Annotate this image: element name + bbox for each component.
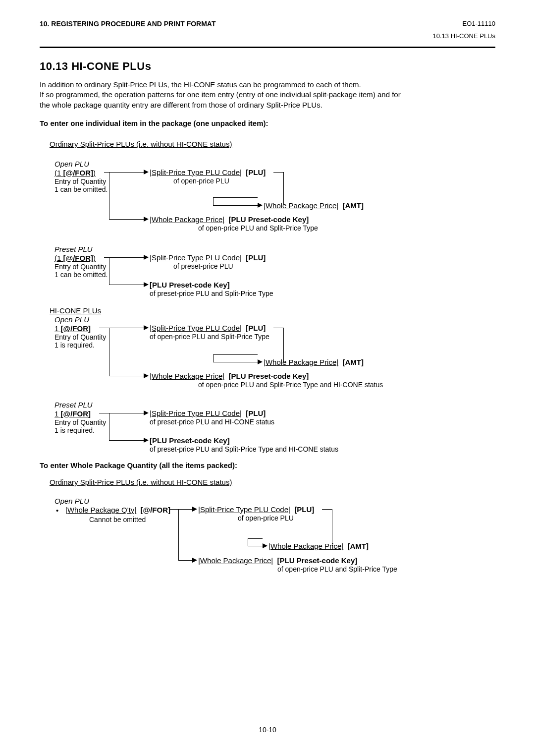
plu-key: [PLU] bbox=[246, 409, 266, 417]
qty-entry: 1 [@/FOR] bbox=[54, 324, 91, 333]
whole-qty: |Whole Package Q'ty| bbox=[65, 506, 136, 514]
split-code: |Split-Price Type PLU Code| bbox=[150, 409, 242, 417]
at-for-key: [@/FOR] bbox=[141, 506, 170, 514]
page-header: 10. REGISTERING PROCEDURE AND PRINT FORM… bbox=[40, 20, 495, 40]
flow-note: of preset-price PLU and Split-Price Type… bbox=[150, 445, 338, 453]
flow-node: |Split-Price Type PLU Code| [PLU] bbox=[150, 409, 266, 417]
chapter-title: 10. REGISTERING PROCEDURE AND PRINT FORM… bbox=[40, 20, 215, 28]
entry-note: 1 can be omitted. bbox=[54, 185, 107, 193]
entry-note: Entry of Quantity bbox=[54, 263, 106, 271]
entry-note: 1 is required. bbox=[54, 426, 95, 434]
amt-key: [AMT] bbox=[343, 201, 364, 210]
header-right: EO1-11110 10.13 HI-CONE PLUs bbox=[433, 20, 495, 40]
preset-code-key: [PLU Preset-code Key] bbox=[277, 556, 358, 565]
whole-price: |Whole Package Price| bbox=[268, 542, 343, 550]
preset-code-key: [PLU Preset-code Key] bbox=[229, 215, 309, 224]
at-for-key: [@/FOR] bbox=[61, 409, 91, 418]
whole-price: |Whole Package Price| bbox=[150, 215, 224, 224]
subheading-individual: To enter one individual item in the pack… bbox=[40, 119, 495, 127]
flow-node: |Whole Package Price| [PLU Preset-code K… bbox=[150, 215, 309, 224]
plu-key: [PLU] bbox=[294, 505, 314, 514]
flow-node: |Whole Package Price| [AMT] bbox=[264, 201, 364, 210]
flow-note: of preset-price PLU and HI-CONE status bbox=[150, 418, 274, 426]
amt-key: [AMT] bbox=[343, 358, 364, 366]
manual-page: 10. REGISTERING PROCEDURE AND PRINT FORM… bbox=[0, 0, 535, 756]
plu-key: [PLU] bbox=[246, 324, 266, 332]
flow-node: |Whole Package Price| [PLU Preset-code K… bbox=[150, 372, 309, 380]
split-code: |Split-Price Type PLU Code| bbox=[150, 253, 242, 262]
entry-note: 1 can be omitted. bbox=[54, 271, 107, 279]
flow-note: of open-price PLU and Split-Price Type bbox=[277, 565, 397, 573]
one: 1 bbox=[57, 169, 63, 177]
ordinary-label: Ordinary Split-Price PLUs (i.e. without … bbox=[50, 140, 232, 148]
amt-key: [AMT] bbox=[348, 542, 369, 550]
entry-note: 1 is required. bbox=[54, 341, 95, 349]
split-code: |Split-Price Type PLU Code| bbox=[150, 168, 242, 176]
plu-key: [PLU] bbox=[246, 168, 266, 176]
at-for-key: [@/FOR] bbox=[63, 169, 93, 177]
whole-price: |Whole Package Price| bbox=[150, 372, 224, 380]
ordinary-label: Ordinary Split-Price PLUs (i.e. without … bbox=[50, 478, 232, 486]
flow-node: |Whole Package Price| [AMT] bbox=[268, 542, 369, 550]
intro-line: In addition to ordinary Split-Price PLUs… bbox=[40, 80, 361, 89]
flow-node: |Whole Package Price| [AMT] bbox=[264, 358, 364, 366]
qty-entry: (1 [@/FOR]) bbox=[54, 254, 96, 262]
open-plu-label: Open PLU bbox=[54, 497, 89, 505]
flow-note: of open-price PLU and Split-Price Type a… bbox=[198, 381, 383, 389]
one: 1 bbox=[57, 254, 63, 262]
doc-id: EO1-11110 bbox=[433, 20, 495, 27]
whole-price: |Whole Package Price| bbox=[198, 556, 273, 565]
entry-note: Entry of Quantity bbox=[54, 333, 106, 341]
split-code: |Split-Price Type PLU Code| bbox=[198, 505, 290, 514]
flow-node: |Whole Package Price| [PLU Preset-code K… bbox=[198, 556, 357, 565]
flow-node: |Split-Price Type PLU Code| [PLU] bbox=[150, 253, 266, 262]
plu-key: [PLU] bbox=[246, 253, 266, 262]
preset-code-key: [PLU Preset-code Key] bbox=[229, 372, 309, 380]
flow-node: |Split-Price Type PLU Code| [PLU] bbox=[198, 505, 314, 514]
entry-note: Entry of Quantity bbox=[54, 177, 106, 185]
preset-code-key: [PLU Preset-code Key] bbox=[150, 436, 230, 445]
open-plu-label: Open PLU bbox=[54, 315, 89, 324]
at-for-key: [@/FOR] bbox=[61, 324, 91, 333]
one: 1 bbox=[54, 324, 61, 333]
section-title: 10.13 HI-CONE PLUs bbox=[40, 60, 495, 73]
intro-paragraph: In addition to ordinary Split-Price PLUs… bbox=[40, 80, 495, 110]
whole-price: |Whole Package Price| bbox=[264, 358, 338, 366]
header-rule bbox=[40, 47, 495, 48]
flow-note: of open-price PLU bbox=[238, 514, 294, 522]
subheading-whole-package: To enter Whole Package Quantity (all the… bbox=[40, 461, 237, 469]
preset-plu-label: Preset PLU bbox=[54, 401, 93, 409]
split-code: |Split-Price Type PLU Code| bbox=[150, 324, 242, 332]
flow-node: |Split-Price Type PLU Code| [PLU] bbox=[150, 168, 266, 176]
preset-code-key: [PLU Preset-code Key] bbox=[150, 281, 230, 289]
qty-entry: (1 [@/FOR]) bbox=[54, 169, 96, 177]
whole-price: |Whole Package Price| bbox=[264, 201, 338, 210]
flow-note: of preset-price PLU and Split-Price Type bbox=[150, 290, 273, 297]
section-ref: 10.13 HI-CONE PLUs bbox=[433, 32, 495, 40]
preset-plu-label: Preset PLU bbox=[54, 245, 93, 253]
flow-note: of open-price PLU bbox=[173, 177, 229, 185]
flow-note: of open-price PLU and Split-Price Type bbox=[198, 224, 318, 232]
bullet: • bbox=[56, 506, 58, 515]
hicone-label: HI-CONE PLUs bbox=[50, 306, 101, 315]
page-number: 10-10 bbox=[0, 726, 535, 734]
flow-node: |Split-Price Type PLU Code| [PLU] bbox=[150, 324, 266, 332]
diagram-layer: Ordinary Split-Price PLUs (i.e. without … bbox=[40, 0, 495, 756]
one: 1 bbox=[54, 409, 61, 418]
qty-entry: 1 [@/FOR] bbox=[54, 409, 91, 418]
flow-note: of preset-price PLU bbox=[173, 262, 233, 270]
qty-entry: |Whole Package Q'ty| [@/FOR] bbox=[65, 506, 170, 514]
intro-line: If so programmed, the operation patterns… bbox=[40, 90, 401, 99]
entry-note: Cannot be omitted bbox=[89, 516, 146, 523]
flow-note: of open-price PLU and Split-Price Type bbox=[150, 333, 269, 341]
open-plu-label: Open PLU bbox=[54, 160, 89, 168]
intro-line: the whole package quantity entry are dif… bbox=[40, 101, 322, 109]
at-for-key: [@/FOR] bbox=[63, 254, 93, 262]
paren: ) bbox=[93, 169, 96, 177]
paren: ) bbox=[93, 254, 96, 262]
entry-note: Entry of Quantity bbox=[54, 418, 106, 426]
